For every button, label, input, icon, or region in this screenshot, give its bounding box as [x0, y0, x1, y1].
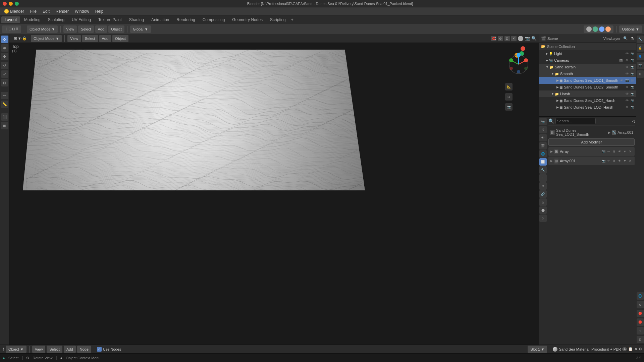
- viewport-select-btn[interactable]: Select: [82, 35, 98, 42]
- solid-view-icon[interactable]: [518, 36, 523, 41]
- modifier-array-001-chevron-btn[interactable]: ▼: [623, 159, 627, 163]
- right-tool-4[interactable]: 📷: [637, 62, 644, 69]
- modifier-array-camera-btn[interactable]: 📷: [601, 149, 606, 154]
- add-workspace-button[interactable]: +: [291, 17, 293, 22]
- outliner-item-cameras[interactable]: ▶ 📷 Cameras 2 👁 📷: [539, 57, 636, 64]
- viewport-shading-icons[interactable]: [584, 25, 613, 33]
- right-tool-3[interactable]: 👤: [637, 53, 644, 60]
- overlay-icon[interactable]: ⊡: [504, 36, 510, 41]
- tab-sculpting[interactable]: Sculpting: [45, 16, 68, 23]
- output-props-tab[interactable]: 🖨: [539, 126, 547, 133]
- menu-blender[interactable]: 🟡 Blender: [1, 8, 27, 14]
- modifier-array-close-btn[interactable]: ✕: [628, 149, 633, 154]
- solid-shading-icon[interactable]: [586, 26, 592, 32]
- options-button[interactable]: Options ▼: [619, 25, 642, 33]
- menu-file[interactable]: File: [28, 8, 39, 14]
- eevee-icon[interactable]: [605, 26, 611, 32]
- rotate-tool[interactable]: ↺: [1, 62, 8, 69]
- right-tool-10[interactable]: ⊹: [637, 327, 644, 335]
- tab-geometry-nodes[interactable]: Geometry Nodes: [229, 16, 266, 23]
- annotate-tool[interactable]: ✏: [1, 92, 8, 99]
- right-tool-6[interactable]: 🌐: [637, 292, 644, 300]
- xray-icon[interactable]: ✕: [511, 36, 517, 41]
- modifier-array-edit-btn[interactable]: ✏: [606, 149, 611, 154]
- lod2-harsh-view-btn[interactable]: 👁: [625, 98, 629, 103]
- bottom-view-btn[interactable]: View: [32, 346, 46, 353]
- tab-rendering[interactable]: Rendering: [173, 16, 198, 23]
- proportional-icon[interactable]: ⊙: [498, 36, 503, 41]
- outliner-search-icon[interactable]: 🔍: [623, 36, 628, 41]
- bottom-add-btn[interactable]: Add: [64, 346, 76, 353]
- right-tool-7[interactable]: ⊙: [637, 301, 644, 308]
- close-button[interactable]: [3, 2, 7, 6]
- select-tool[interactable]: ⊹: [1, 36, 8, 43]
- outliner-item-lod2-smooth[interactable]: ▶ ▦ Sand Dunes Sea_LOD2_Smooth 👁 📷: [539, 84, 636, 90]
- material-copy-icon[interactable]: 📋: [628, 347, 633, 351]
- modifier-array-chevron-btn[interactable]: ▼: [623, 149, 627, 154]
- viewport-add-btn[interactable]: Add: [99, 35, 111, 42]
- menu-edit[interactable]: Edit: [40, 8, 52, 14]
- light-render-btn[interactable]: 📷: [630, 51, 635, 56]
- constraints-tab[interactable]: 🔗: [539, 190, 547, 198]
- bottom-mode-selector[interactable]: Object ▼: [6, 346, 26, 353]
- props-search-input[interactable]: [555, 118, 596, 124]
- menu-help[interactable]: Help: [93, 8, 106, 14]
- add-object-tool[interactable]: ⬛: [1, 113, 8, 121]
- use-nodes-checkbox-icon[interactable]: ✓: [97, 347, 102, 352]
- modifier-array-001-edit-btn[interactable]: ✏: [606, 159, 611, 163]
- object-props-tab[interactable]: ⬜: [539, 158, 547, 166]
- cursor-tool[interactable]: ⊕: [1, 44, 8, 52]
- lod2-smooth-view-btn[interactable]: 👁: [625, 85, 629, 89]
- camera-button[interactable]: 📷: [505, 103, 513, 111]
- material-shading-icon[interactable]: [593, 26, 598, 32]
- viewport-mode-selector[interactable]: Object Mode ▼: [31, 35, 62, 42]
- right-tool-9[interactable]: 🔴: [637, 318, 644, 326]
- tab-scripting[interactable]: Scripting: [267, 16, 289, 23]
- sand-terrain-view-btn[interactable]: 👁: [625, 65, 629, 69]
- sand-terrain-render-btn[interactable]: 📷: [630, 65, 635, 69]
- select-menu[interactable]: Select: [78, 25, 94, 33]
- cameras-view-btn[interactable]: 👁: [625, 58, 629, 63]
- view-menu[interactable]: View: [63, 25, 77, 33]
- right-tool-5[interactable]: ⊞: [637, 70, 644, 78]
- scene-props-tab[interactable]: 🎬: [539, 142, 547, 149]
- outliner-item-sand-terrain[interactable]: ▼ 📁 Sand Terrain 👁 📷: [539, 64, 636, 70]
- add-menu[interactable]: Add: [95, 25, 107, 33]
- viewport-nav-icons[interactable]: ⊞ 👁 🔒: [11, 35, 30, 42]
- light-view-btn[interactable]: 👁: [625, 51, 629, 56]
- tab-modeling[interactable]: Modeling: [21, 16, 44, 23]
- mode-selector[interactable]: Object Mode ▼: [27, 25, 58, 33]
- outliner-item-harsh[interactable]: ▼ 📁 Harsh 👁 📷: [539, 90, 636, 97]
- lod1-smooth-render-btn[interactable]: 📷: [625, 78, 629, 83]
- modifier-array-001[interactable]: ▶ ⊞ Array.001 📷 ✏ 🖥 👁 ▼ ✕: [548, 157, 635, 165]
- tab-compositing[interactable]: Compositing: [199, 16, 228, 23]
- smooth-view-btn[interactable]: 👁: [625, 71, 629, 76]
- menu-window[interactable]: Window: [72, 8, 92, 14]
- cameras-render-btn[interactable]: 📷: [630, 58, 635, 63]
- move-tool[interactable]: ✥: [1, 53, 8, 60]
- perspective-button[interactable]: 📐: [505, 83, 513, 90]
- modifier-props-tab[interactable]: 🔧: [539, 166, 547, 174]
- modifier-array-001-render-btn[interactable]: 🖥: [612, 159, 616, 163]
- modifier-array-001-camera-btn[interactable]: 📷: [601, 159, 606, 163]
- viewport-view-btn[interactable]: View: [67, 35, 81, 42]
- grid-tool[interactable]: ⊞: [1, 122, 8, 129]
- right-tool-8[interactable]: 🔴: [637, 310, 644, 317]
- snap-icon[interactable]: 🧲: [491, 36, 496, 41]
- tab-texture-paint[interactable]: Texture Paint: [95, 16, 125, 23]
- lod1-smooth-select-btn[interactable]: ☑: [630, 78, 635, 83]
- outliner-item-smooth[interactable]: ▼ 📁 Smooth 👁 📷: [539, 70, 636, 77]
- modifier-array-001-viewport-btn[interactable]: 👁: [617, 159, 622, 163]
- render-props-tab[interactable]: 📷: [539, 118, 547, 125]
- modifier-array-viewport-btn[interactable]: 👁: [617, 149, 622, 154]
- nodes-tab[interactable]: ◇: [539, 215, 547, 222]
- smooth-render-btn[interactable]: 📷: [630, 71, 635, 76]
- outliner-filter-icon[interactable]: ⚗: [631, 36, 634, 41]
- tab-layout[interactable]: Layout: [1, 16, 20, 23]
- view-props-tab[interactable]: 👁: [539, 134, 547, 141]
- tab-shading[interactable]: Shading: [126, 16, 147, 23]
- orbit-gizmo[interactable]: X Y Z: [505, 51, 532, 78]
- outliner-item-lod-harsh[interactable]: ▶ ▦ Sand Dunes Sea_LOD_Harsh 👁 📷: [539, 104, 636, 111]
- search-viewport-icon[interactable]: 🔍: [531, 36, 537, 41]
- camera-view-icon[interactable]: 📷: [525, 36, 530, 41]
